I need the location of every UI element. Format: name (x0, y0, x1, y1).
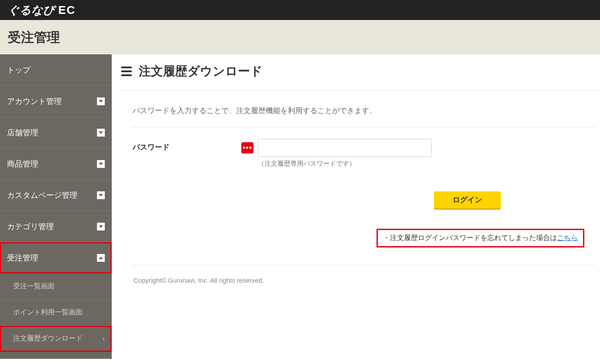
chevron-right-icon: › (103, 335, 105, 342)
brand-suffix: EC (58, 3, 76, 17)
divider (131, 127, 595, 127)
sidebar-item-category[interactable]: カテゴリ管理 (0, 211, 112, 242)
sidebar: トップ アカウント管理 店舗管理 商品管理 カスタムページ管理 カテゴリ管理 受… (0, 54, 112, 359)
brand: ぐるなび EC (8, 3, 76, 18)
sidebar-sub-order-list[interactable]: 受注一覧画面 (0, 274, 112, 300)
sidebar-item-top[interactable]: トップ (0, 54, 112, 86)
sidebar-item-label: 受注管理 (7, 253, 38, 263)
chevron-down-icon (97, 191, 105, 199)
sidebar-item-store[interactable]: 店舗管理 (0, 117, 112, 148)
sidebar-sub-label: 受注一覧画面 (13, 282, 55, 291)
divider (133, 265, 595, 265)
required-badge-icon: ••• (241, 142, 253, 154)
chevron-down-icon (97, 97, 105, 105)
section-title-bar: 受注管理 (0, 20, 600, 54)
sidebar-item-label: アカウント管理 (7, 96, 62, 107)
sidebar-item-product[interactable]: 商品管理 (0, 148, 112, 180)
sidebar-sub-order-download[interactable]: 注文履歴ダウンロード › (0, 326, 112, 352)
password-row: パスワード ••• （注文履歴専用パスワードです） (133, 139, 595, 168)
chevron-down-icon (97, 160, 105, 168)
sidebar-item-label: カスタムページ管理 (7, 190, 77, 200)
main-content: 注文履歴ダウンロード パスワードを入力することで、注文履歴機能を利用することがで… (112, 54, 600, 359)
forgot-password-notice: ・注文履歴ログインパスワードを忘れてしまった場合はこちら (377, 229, 584, 247)
sidebar-sub-label: ポイント利用一覧画面 (13, 308, 83, 317)
sidebar-item-label: 店舗管理 (7, 127, 38, 138)
sidebar-item-label: トップ (7, 65, 30, 75)
sidebar-item-account[interactable]: アカウント管理 (0, 86, 112, 117)
sidebar-sub-label: 注文履歴ダウンロード (13, 334, 83, 343)
password-input[interactable] (258, 139, 432, 157)
content-header: 注文履歴ダウンロード (121, 63, 600, 90)
brand-main: ぐるなび (8, 3, 55, 18)
login-button[interactable]: ログイン (434, 191, 501, 210)
sidebar-item-order[interactable]: 受注管理 (0, 242, 112, 274)
topbar: ぐるなび EC (0, 0, 600, 20)
section-title: 受注管理 (8, 29, 592, 47)
password-hint: （注文履歴専用パスワードです） (258, 160, 595, 168)
chevron-down-icon (97, 129, 105, 137)
sidebar-sub-point-list[interactable]: ポイント利用一覧画面 (0, 300, 112, 326)
login-panel: パスワードを入力することで、注文履歴機能を利用することができます。 パスワード … (121, 104, 600, 297)
forgot-text: ・注文履歴ログインパスワードを忘れてしまった場合は (383, 234, 557, 241)
panel-description: パスワードを入力することで、注文履歴機能を利用することができます。 (133, 106, 595, 116)
page-title: 注文履歴ダウンロード (139, 63, 263, 80)
forgot-link[interactable]: こちら (557, 234, 578, 241)
hamburger-icon[interactable] (121, 67, 132, 76)
sidebar-item-label: カテゴリ管理 (7, 221, 54, 232)
chevron-down-icon (97, 223, 105, 230)
sidebar-item-label: 商品管理 (7, 159, 38, 169)
sidebar-item-custompage[interactable]: カスタムページ管理 (0, 180, 112, 211)
chevron-up-icon (97, 254, 105, 262)
copyright: Copyright© Gurunavi, Inc. All rights res… (133, 274, 595, 297)
password-label: パスワード (133, 139, 228, 152)
